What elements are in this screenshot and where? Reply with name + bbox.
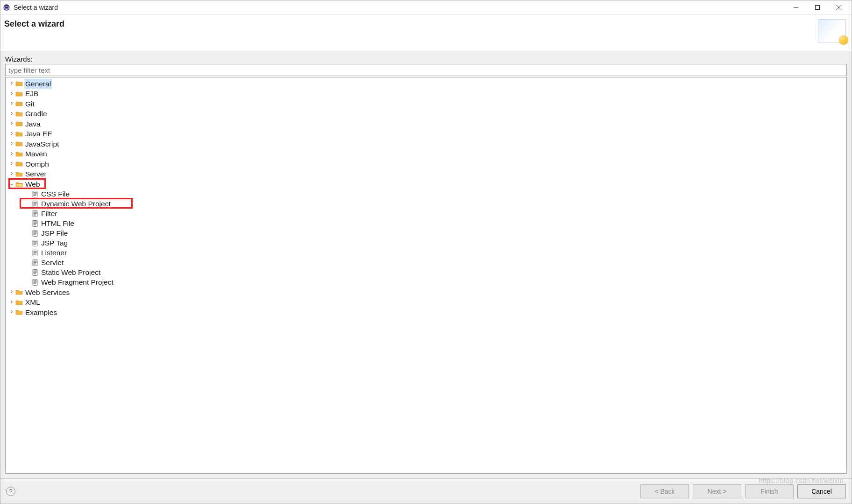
tree-row[interactable]: Static Web Project bbox=[6, 267, 846, 277]
chevron-right-icon[interactable] bbox=[8, 307, 15, 317]
wizard-tree[interactable]: General EJB Git Gradle Java Java EE Java… bbox=[5, 77, 847, 474]
cancel-button[interactable]: Cancel bbox=[797, 484, 846, 498]
chevron-right-icon[interactable] bbox=[8, 169, 15, 179]
tree-row[interactable]: Oomph bbox=[6, 159, 846, 169]
tree-folder-examples[interactable]: Examples bbox=[6, 307, 846, 317]
tree-row[interactable]: General bbox=[6, 79, 846, 89]
tree-folder-maven[interactable]: Maven bbox=[6, 149, 846, 159]
tree-row[interactable]: Git bbox=[6, 99, 846, 109]
tree-row[interactable]: EJB bbox=[6, 89, 846, 98]
dialog-footer: ? < Back Next > Finish Cancel bbox=[0, 478, 852, 504]
maximize-button[interactable] bbox=[807, 0, 828, 14]
tree-row[interactable]: Examples bbox=[6, 308, 846, 317]
minimize-button[interactable] bbox=[785, 0, 807, 14]
tree-item-label: Web Fragment Project bbox=[40, 277, 114, 287]
svg-rect-7 bbox=[34, 192, 36, 193]
tree-item-listener[interactable]: Listener bbox=[6, 248, 846, 258]
tree-item-label: Web bbox=[24, 179, 41, 189]
tree-row[interactable]: Server bbox=[6, 169, 846, 179]
folder-icon bbox=[15, 90, 23, 98]
chevron-right-icon[interactable] bbox=[8, 287, 15, 297]
tree-row[interactable]: Java bbox=[6, 119, 846, 129]
chevron-right-icon[interactable] bbox=[8, 78, 15, 89]
tree-item-filter[interactable]: Filter bbox=[6, 209, 846, 218]
tree-folder-general[interactable]: General bbox=[6, 78, 846, 89]
svg-rect-8 bbox=[34, 194, 36, 194]
tree-row[interactable]: Web Services bbox=[6, 287, 846, 297]
tree-item-label: Dynamic Web Project bbox=[40, 199, 112, 209]
svg-rect-23 bbox=[34, 231, 36, 232]
tree-item-jsp-tag[interactable]: JSP Tag bbox=[6, 238, 846, 248]
tree-item-label: Java bbox=[24, 119, 42, 129]
tree-folder-xml[interactable]: XML bbox=[6, 297, 846, 308]
tree-item-servlet[interactable]: Servlet bbox=[6, 258, 846, 267]
tree-folder-git[interactable]: Git bbox=[6, 98, 846, 109]
tree-item-web-fragment-project[interactable]: Web Fragment Project bbox=[6, 277, 846, 287]
chevron-down-icon[interactable] bbox=[8, 179, 15, 189]
tree-item-label: JSP Tag bbox=[40, 238, 69, 248]
tree-row[interactable]: Gradle bbox=[6, 109, 846, 119]
tree-row[interactable]: JavaScript bbox=[6, 139, 846, 149]
tree-row[interactable]: Web Fragment Project bbox=[6, 277, 846, 287]
tree-folder-web-services[interactable]: Web Services bbox=[6, 287, 846, 297]
chevron-right-icon[interactable] bbox=[8, 119, 15, 129]
folder-icon bbox=[15, 308, 23, 316]
tree-folder-gradle[interactable]: Gradle bbox=[6, 109, 846, 119]
chevron-right-icon[interactable] bbox=[8, 98, 15, 109]
chevron-right-icon[interactable] bbox=[8, 139, 15, 149]
tree-folder-java[interactable]: Java bbox=[6, 119, 846, 129]
svg-rect-33 bbox=[34, 254, 36, 254]
chevron-right-icon[interactable] bbox=[8, 159, 15, 169]
tree-item-static-web-project[interactable]: Static Web Project bbox=[6, 267, 846, 277]
chevron-right-icon[interactable] bbox=[8, 109, 15, 119]
page-title: Select a wizard bbox=[4, 19, 818, 29]
back-button[interactable]: < Back bbox=[640, 484, 689, 498]
folder-icon bbox=[15, 299, 23, 306]
tree-folder-ejb[interactable]: EJB bbox=[6, 89, 846, 99]
tree-row[interactable]: Dynamic Web Project bbox=[6, 199, 846, 209]
tree-item-css-file[interactable]: CSS File bbox=[6, 189, 846, 199]
dialog-header: Select a wizard bbox=[0, 14, 852, 51]
close-button[interactable] bbox=[828, 0, 850, 14]
tree-row[interactable]: Web bbox=[6, 179, 846, 189]
tree-row[interactable]: HTML File bbox=[6, 218, 846, 228]
svg-rect-40 bbox=[34, 272, 36, 273]
chevron-right-icon[interactable] bbox=[8, 129, 15, 139]
tree-folder-web[interactable]: Web CSS File Dynamic Web Project Filter … bbox=[6, 179, 846, 287]
tree-row[interactable]: Maven bbox=[6, 149, 846, 159]
tree-item-label: Maven bbox=[24, 149, 48, 159]
svg-rect-11 bbox=[34, 202, 36, 203]
tree-folder-server[interactable]: Server bbox=[6, 169, 846, 179]
svg-rect-13 bbox=[34, 205, 36, 205]
tree-row[interactable]: Servlet bbox=[6, 258, 846, 267]
tree-row[interactable]: XML bbox=[6, 297, 846, 307]
tree-row[interactable]: JSP File bbox=[6, 228, 846, 238]
file-icon bbox=[31, 230, 39, 237]
chevron-right-icon[interactable] bbox=[8, 149, 15, 159]
finish-button[interactable]: Finish bbox=[745, 484, 794, 498]
svg-rect-41 bbox=[34, 273, 36, 274]
tree-row[interactable]: Filter bbox=[6, 209, 846, 218]
tree-item-html-file[interactable]: HTML File bbox=[6, 218, 846, 228]
folder-icon bbox=[15, 150, 23, 158]
tree-row[interactable]: CSS File bbox=[6, 189, 846, 199]
svg-rect-17 bbox=[34, 215, 36, 215]
tree-row[interactable]: Listener bbox=[6, 248, 846, 258]
tree-folder-oomph[interactable]: Oomph bbox=[6, 159, 846, 169]
folder-icon bbox=[15, 120, 23, 127]
help-icon[interactable]: ? bbox=[6, 487, 15, 496]
tree-folder-javaee[interactable]: Java EE bbox=[6, 129, 846, 139]
next-button[interactable]: Next > bbox=[693, 484, 741, 498]
chevron-right-icon[interactable] bbox=[8, 89, 15, 99]
tree-row[interactable]: JSP Tag bbox=[6, 238, 846, 248]
svg-rect-31 bbox=[34, 251, 36, 252]
filter-input[interactable] bbox=[5, 64, 847, 76]
window-title: Select a wizard bbox=[14, 4, 58, 11]
tree-row[interactable]: Java EE bbox=[6, 129, 846, 139]
svg-rect-35 bbox=[34, 261, 36, 261]
tree-item-jsp-file[interactable]: JSP File bbox=[6, 228, 846, 238]
tree-folder-javascript[interactable]: JavaScript bbox=[6, 139, 846, 149]
chevron-right-icon[interactable] bbox=[8, 297, 15, 308]
tree-item-dynamic-web-project[interactable]: Dynamic Web Project bbox=[6, 199, 846, 209]
svg-rect-19 bbox=[34, 222, 36, 222]
